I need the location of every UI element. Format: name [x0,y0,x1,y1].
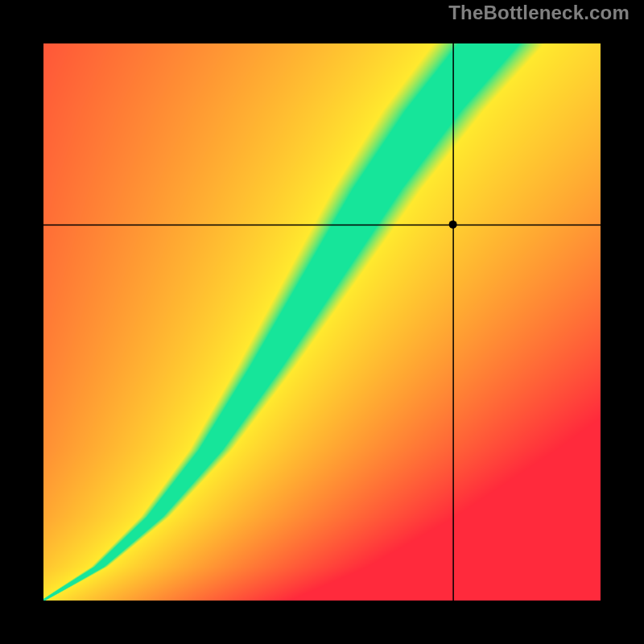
bottleneck-heatmap [0,0,644,644]
watermark-text: TheBottleneck.com [448,2,630,24]
